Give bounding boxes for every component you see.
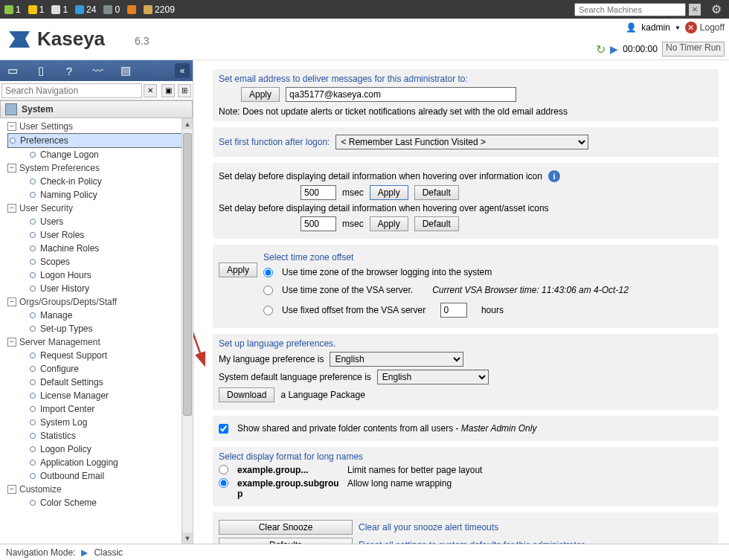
- apply-delay1-button[interactable]: Apply: [370, 185, 408, 200]
- nav-group-system-preferences[interactable]: −System Preferences: [7, 161, 193, 175]
- stat-lightbulb-green[interactable]: 1: [4, 4, 21, 15]
- lang-sys-label: System default language preference is: [219, 372, 371, 382]
- first-function-select[interactable]: < Remember Last Function Visited >: [335, 135, 588, 149]
- tz-option-server[interactable]: Use time zone of the VSA server. Current…: [263, 285, 713, 295]
- nav-group-server-mgmt[interactable]: −Server Management: [7, 335, 193, 349]
- user-name[interactable]: kadmin: [641, 22, 670, 33]
- stat-lightbulb-yellow[interactable]: 1: [28, 4, 45, 15]
- lang-my-select[interactable]: English: [330, 352, 463, 367]
- email-heading: Set email address to deliver messages fo…: [219, 74, 713, 84]
- apply-email-button[interactable]: Apply: [241, 87, 280, 102]
- bookmark-icon[interactable]: ▯: [31, 62, 51, 79]
- display-wrap-radio[interactable]: [219, 478, 228, 488]
- system-header[interactable]: System: [0, 100, 193, 118]
- tz-option-browser[interactable]: Use time zone of the browser logging int…: [263, 267, 713, 277]
- lang-heading: Set up language preferences.: [219, 338, 713, 349]
- scroll-up-icon[interactable]: ▲: [182, 118, 193, 129]
- version-text: 6.3: [135, 35, 149, 47]
- tz-offset-input[interactable]: [440, 303, 467, 318]
- delay1-input[interactable]: [301, 185, 336, 200]
- lang-sys-select[interactable]: English: [377, 370, 489, 384]
- download-lang-button[interactable]: Download: [219, 387, 274, 402]
- default-delay2-button[interactable]: Default: [414, 216, 459, 231]
- nav-tree: −User Settings Preferences Change Logon …: [0, 118, 193, 544]
- nav-item-naming-policy[interactable]: Naming Policy: [7, 188, 193, 202]
- shared-folders-checkbox[interactable]: Show shared and private folder contents …: [219, 423, 713, 434]
- content-pane: Set email address to deliver messages fo…: [193, 60, 729, 544]
- stat-rss[interactable]: [127, 5, 136, 14]
- stat-server[interactable]: 0: [103, 4, 120, 15]
- timer-status[interactable]: No Timer Run: [662, 42, 725, 57]
- nav-group-user-security[interactable]: −User Security: [7, 202, 193, 215]
- system-icon: [5, 103, 17, 115]
- display-truncate-radio[interactable]: [219, 465, 228, 474]
- scroll-thumb[interactable]: [183, 133, 192, 416]
- apply-timezone-button[interactable]: Apply: [219, 263, 257, 277]
- search-clear-icon[interactable]: ✕: [689, 4, 701, 16]
- gear-icon[interactable]: ⚙: [708, 1, 725, 18]
- first-function-label: Set first function after logon:: [219, 137, 330, 147]
- defaults-button[interactable]: Defaults: [219, 538, 353, 544]
- nav-item-statistics[interactable]: Statistics: [7, 429, 193, 442]
- clear-snooze-desc: Clear all your snooze alert timeouts: [359, 522, 498, 532]
- delay2-input[interactable]: [301, 216, 336, 231]
- nav-item-scopes[interactable]: Scopes: [7, 255, 193, 268]
- default-delay1-button[interactable]: Default: [414, 185, 459, 200]
- expand-tree-icon[interactable]: ⊞: [178, 84, 191, 97]
- nav-item-logon-hours[interactable]: Logon Hours: [7, 268, 193, 282]
- nav-item-request-support[interactable]: Request Support: [7, 349, 193, 362]
- delay1-unit: msec: [342, 187, 364, 198]
- nav-item-system-log[interactable]: System Log: [7, 416, 193, 429]
- nav-group-user-settings[interactable]: −User Settings: [7, 120, 193, 133]
- nav-item-logon-policy[interactable]: Logon Policy: [7, 442, 193, 456]
- nav-item-import-center[interactable]: Import Center: [7, 402, 193, 416]
- nav-item-application-logging[interactable]: Application Logging: [7, 456, 193, 469]
- nav-item-outbound-email[interactable]: Outbound Email: [7, 469, 193, 483]
- stat-mail[interactable]: 1: [51, 4, 68, 15]
- nav-item-manage[interactable]: Manage: [7, 309, 193, 322]
- display-truncate-example: example.group...: [237, 465, 341, 475]
- tz-option-fixed[interactable]: Use fixed offset from the VSA server hou…: [263, 303, 713, 318]
- book-icon[interactable]: ▭: [3, 62, 22, 79]
- search-navigation-input[interactable]: [1, 83, 142, 98]
- logoff-icon: ✕: [685, 22, 697, 33]
- user-dropdown-icon[interactable]: ▼: [675, 25, 681, 31]
- play-icon[interactable]: ▶: [610, 43, 618, 55]
- nav-group-customize[interactable]: −Customize: [7, 483, 193, 496]
- brand-text: Kaseya: [37, 28, 105, 51]
- nav-item-machine-roles[interactable]: Machine Roles: [7, 242, 193, 255]
- search-machines-input[interactable]: [574, 3, 686, 16]
- apply-delay2-button[interactable]: Apply: [370, 216, 408, 231]
- logo: Kaseya: [7, 28, 105, 51]
- nav-item-user-history[interactable]: User History: [7, 282, 193, 295]
- clear-search-icon[interactable]: ✕: [144, 84, 157, 97]
- nav-item-color-scheme[interactable]: Color Scheme: [7, 496, 193, 509]
- nav-item-change-logon[interactable]: Change Logon: [7, 148, 193, 161]
- nav-item-users[interactable]: Users: [7, 215, 193, 228]
- info-icon: i: [548, 170, 560, 182]
- nav-item-default-settings[interactable]: Default Settings: [7, 376, 193, 389]
- nav-item-setup-types[interactable]: Set-up Types: [7, 322, 193, 335]
- email-input[interactable]: [286, 87, 516, 102]
- nav-group-orgs[interactable]: −Orgs/Groups/Depts/Staff: [7, 295, 193, 309]
- clear-snooze-button[interactable]: Clear Snooze: [219, 520, 353, 535]
- scroll-down-icon[interactable]: ▼: [182, 532, 193, 544]
- clipboard-icon[interactable]: ▤: [116, 62, 135, 79]
- nav-item-preferences[interactable]: Preferences: [7, 133, 193, 148]
- collapse-panel-icon[interactable]: «: [175, 63, 190, 78]
- nav-item-checkin-policy[interactable]: Check-in Policy: [7, 175, 193, 188]
- defaults-desc: Reset all settings to system defaults fo…: [359, 540, 584, 544]
- logoff-button[interactable]: ✕ Logoff: [685, 22, 725, 33]
- collapse-tree-icon[interactable]: ▣: [161, 84, 175, 97]
- stat-tag[interactable]: 2209: [144, 4, 175, 15]
- chart-icon[interactable]: 〰: [88, 62, 107, 79]
- nav-mode-value[interactable]: Classic: [94, 547, 123, 558]
- nav-item-license-manager[interactable]: License Manager: [7, 389, 193, 402]
- stat-monitor[interactable]: 24: [75, 4, 96, 15]
- top-status-bar: 1 1 1 24 0 2209 ✕ ⚙: [0, 0, 729, 19]
- help-icon[interactable]: ?: [60, 62, 79, 79]
- refresh-icon[interactable]: ↻: [596, 42, 606, 57]
- nav-item-user-roles[interactable]: User Roles: [7, 228, 193, 242]
- nav-item-configure[interactable]: Configure: [7, 362, 193, 376]
- nav-scrollbar[interactable]: ▲ ▼: [182, 118, 193, 544]
